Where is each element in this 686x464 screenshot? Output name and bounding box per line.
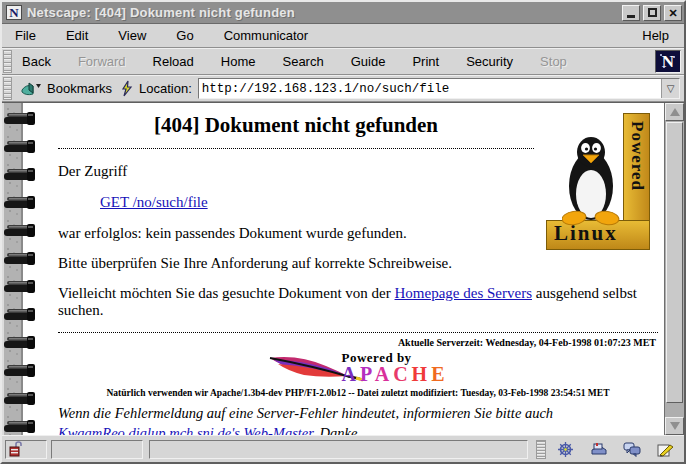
- discussions-button[interactable]: [615, 439, 648, 460]
- scroll-up-button[interactable]: [665, 103, 684, 121]
- server-info-line: Natürlich verwenden wir Apache/1.3b4-dev…: [58, 388, 658, 398]
- reload-button[interactable]: Reload: [147, 51, 200, 72]
- guide-button[interactable]: Guide: [345, 51, 392, 72]
- component-bar-grip[interactable]: [536, 440, 546, 459]
- netscape-throbber-icon[interactable]: N: [655, 50, 681, 73]
- apache-letter: A: [375, 363, 393, 385]
- navigator-button[interactable]: [549, 439, 582, 460]
- apache-letter: C: [393, 363, 411, 385]
- ship-wheel-icon: [557, 441, 574, 458]
- location-toolbar: Bookmarks Location: ▽: [2, 75, 684, 102]
- netscape-n-icon: N: [6, 5, 22, 20]
- composer-button[interactable]: [648, 439, 681, 460]
- stop-button: Stop: [534, 51, 573, 72]
- menu-edit[interactable]: Edit: [63, 26, 91, 45]
- maximize-button[interactable]: [643, 5, 661, 21]
- apache-letter: P: [360, 363, 375, 385]
- maximize-icon: [648, 8, 657, 17]
- minimize-button[interactable]: [622, 5, 640, 21]
- apache-letter: H: [412, 363, 432, 385]
- homepage-link[interactable]: Homepage des Servers: [395, 285, 532, 301]
- print-button[interactable]: Print: [406, 51, 445, 72]
- linux-powered-logo: Powered Linux: [546, 113, 650, 250]
- url-input[interactable]: [199, 79, 661, 98]
- security-button[interactable]: Security: [460, 51, 519, 72]
- menu-communicator[interactable]: Communicator: [221, 26, 312, 45]
- mailbox-icon: [590, 442, 608, 456]
- homepage-text-before: Vielleicht möchten Sie das gesuchte Doku…: [58, 285, 395, 301]
- vertical-scrollbar[interactable]: [664, 103, 684, 435]
- page-body: Powered Linux [404] Dokument nicht gefun…: [38, 103, 664, 435]
- close-button[interactable]: ✕: [664, 5, 682, 21]
- arrow-up-icon: [670, 108, 680, 116]
- mailbox-button[interactable]: [582, 439, 615, 460]
- forward-button: Forward: [72, 51, 132, 72]
- server-time: Aktuelle Serverzeit: Wednesday, 04-Feb-1…: [58, 337, 656, 348]
- footer-text-after: . Danke.: [312, 425, 361, 435]
- toolbar-grip[interactable]: [3, 50, 12, 73]
- footer-note: Wenn die Fehlermeldung auf eine Server-F…: [58, 404, 658, 435]
- window-title: Netscape: [404] Dokument nicht gefunden: [27, 5, 619, 20]
- back-button[interactable]: Back: [16, 51, 57, 72]
- content-area: Powered Linux [404] Dokument nicht gefun…: [2, 102, 684, 435]
- apache-logo: Powered by APACHE: [58, 350, 658, 386]
- paragraph-check-spelling: Bitte überprüfen Sie Ihre Anforderung au…: [58, 255, 658, 272]
- menu-go[interactable]: Go: [173, 26, 196, 45]
- arrow-down-icon: [670, 422, 680, 430]
- request-link[interactable]: GET /no/such/file: [100, 194, 208, 210]
- speech-bubbles-icon: [623, 442, 641, 457]
- status-bar: [2, 435, 684, 462]
- bookmarks-label: Bookmarks: [47, 81, 112, 96]
- security-indicator[interactable]: [5, 440, 47, 459]
- lightning-icon: [120, 80, 134, 97]
- linux-powered-label: Powered: [627, 121, 647, 191]
- toolbar-grip[interactable]: [3, 77, 12, 100]
- home-button[interactable]: Home: [215, 51, 262, 72]
- title-bar[interactable]: N Netscape: [404] Dokument nicht gefunde…: [2, 2, 684, 24]
- webmaster-link[interactable]: KwaamReo.dialup.mch.sni.de's Web-Master: [58, 425, 312, 435]
- spiral-binding-decoration: [2, 103, 38, 444]
- progress-panel: [51, 440, 143, 459]
- scroll-down-button[interactable]: [665, 417, 684, 435]
- paragraph-homepage: Vielleicht möchten Sie das gesuchte Doku…: [58, 285, 658, 319]
- url-field-frame: ▽: [198, 78, 680, 99]
- netscape-window: N Netscape: [404] Dokument nicht gefunde…: [0, 0, 686, 464]
- footer-text-before: Wenn die Fehlermeldung auf eine Server-F…: [58, 405, 553, 421]
- menu-file[interactable]: File: [12, 26, 39, 45]
- apache-name: APACHE: [342, 366, 449, 382]
- bookmarks-button[interactable]: Bookmarks: [16, 79, 116, 99]
- location-label: Location:: [139, 81, 192, 96]
- minimize-icon: [627, 15, 635, 18]
- apache-letter: E: [431, 363, 448, 385]
- navigation-toolbar: Back Forward Reload Home Search Guide Pr…: [2, 48, 684, 75]
- apache-letter: A: [342, 363, 360, 385]
- divider: [58, 148, 534, 149]
- menu-bar: File Edit View Go Communicator Help: [2, 24, 684, 48]
- divider: [58, 332, 658, 333]
- throbber-letter: N: [662, 52, 674, 72]
- status-message-panel: [149, 440, 528, 459]
- tux-penguin-icon: [562, 134, 620, 226]
- open-lock-icon: [9, 441, 24, 457]
- composer-pen-icon: [656, 442, 674, 457]
- scrollbar-thumb[interactable]: [666, 122, 683, 403]
- search-button[interactable]: Search: [276, 51, 329, 72]
- url-dropdown-button[interactable]: ▽: [661, 79, 679, 98]
- location-icon-button[interactable]: Location:: [120, 80, 192, 97]
- menu-help[interactable]: Help: [639, 26, 672, 45]
- bookmark-icon: [20, 81, 42, 97]
- menu-view[interactable]: View: [115, 26, 149, 45]
